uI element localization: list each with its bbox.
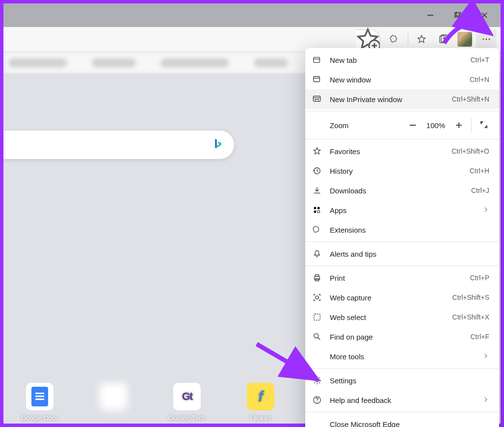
chevron-right-icon [482,352,489,361]
tile-google-docs[interactable]: Google Docs [20,383,59,422]
menu-item-new-inprivate-window[interactable]: New InPrivate windowCtrl+Shift+N [305,89,499,109]
menu-item-more-tools[interactable]: More tools [305,347,499,366]
inprivate-icon [312,95,322,104]
favorites-button[interactable] [411,29,432,49]
history-icon [312,166,322,175]
flipkart-icon: f [247,383,274,410]
window-close-button[interactable] [471,4,498,26]
menu-item-new-tab[interactable]: New tabCtrl+T [305,50,499,70]
menu-shortcut: Ctrl+P [470,274,489,282]
menu-item-label: Web capture [330,294,445,302]
menu-item-label: History [330,167,462,175]
menu-shortcut: Ctrl+J [471,187,489,194]
more-button[interactable] [476,29,497,49]
bing-icon [212,138,223,152]
window-maximize-button[interactable] [444,4,471,26]
menu-shortcut: Ctrl+Shift+S [452,294,489,301]
new-tab-icon [312,55,322,64]
menu-item-favorites[interactable]: FavoritesCtrl+Shift+O [305,141,499,161]
apps-icon [312,206,322,214]
menu-item-close-microsoft-edge[interactable]: Close Microsoft Edge [305,414,499,427]
menu-item-history[interactable]: HistoryCtrl+H [305,161,499,181]
downloads-icon [312,186,322,195]
profile-button[interactable] [457,32,472,47]
menu-item-find-on-page[interactable]: Find on pageCtrl+F [305,327,499,347]
chevron-right-icon [482,206,489,214]
collections-button[interactable] [433,29,453,49]
menu-shortcut: Ctrl+Shift+O [451,147,489,155]
menu-item-new-window[interactable]: New windowCtrl+N [305,70,499,89]
tile-label: Guiding Tech [167,414,207,422]
tile-guiding-tech[interactable]: Gt Guiding Tech [167,383,207,422]
zoom-value: 100% [422,121,450,130]
menu-item-label: Close Microsoft Edge [330,420,489,427]
menu-shortcut: Ctrl+Shift+N [452,95,489,103]
print-icon [312,273,322,282]
search-box[interactable] [3,131,234,159]
webcapture-icon [312,293,322,302]
gear-icon [312,376,322,385]
blurred-icon [100,383,127,410]
find-icon [312,332,322,341]
omnibox-tail[interactable] [356,29,380,49]
menu-item-label: Extensions [330,226,489,234]
tile-blurred[interactable] [94,383,133,422]
window-titlebar [3,3,501,27]
google-docs-icon [26,383,53,410]
menu-item-label: New tab [330,56,463,64]
guiding-tech-icon: Gt [173,383,201,410]
zoom-in-button[interactable]: + [450,118,468,132]
menu-item-label: Favorites [330,147,444,156]
menu-item-settings[interactable]: Settings [305,371,499,390]
menu-shortcut: Ctrl+F [471,333,490,341]
menu-item-label: Web select [330,313,445,321]
quick-links: Google Docs Gt Guiding Tech f Flipkart + [20,383,340,422]
tile-label: Google Docs [20,414,59,422]
settings-menu: New tabCtrl+TNew windowCtrl+NNew InPriva… [305,48,499,427]
zoom-out-button[interactable]: − [403,118,422,133]
menu-shortcut: Ctrl+Shift+X [452,313,489,321]
menu-item-label: Print [330,274,462,282]
menu-item-label: More tools [330,352,475,361]
toolbar-divider [408,34,408,45]
menu-item-alerts-and-tips[interactable]: Alerts and tips [305,244,499,264]
bell-icon [312,249,322,258]
help-icon [312,396,322,404]
menu-item-label: Find on page [330,333,463,341]
menu-shortcut: Ctrl+T [471,56,490,64]
menu-item-label: Help and feedback [330,396,475,404]
menu-item-apps[interactable]: Apps [305,200,499,220]
menu-shortcut: Ctrl+H [470,167,489,175]
menu-item-downloads[interactable]: DownloadsCtrl+J [305,181,499,200]
extensions-icon [312,225,322,234]
window-minimize-button[interactable] [417,4,444,26]
new-window-icon [312,75,322,84]
tile-flipkart[interactable]: f Flipkart [241,383,280,422]
menu-item-label: New window [330,76,462,84]
webselect-icon [312,313,322,321]
menu-item-label: Downloads [330,187,463,195]
menu-item-extensions[interactable]: Extensions [305,220,499,240]
menu-item-label: Settings [330,376,489,385]
chevron-right-icon [482,396,489,404]
extensions-button[interactable] [384,29,405,49]
tile-label: Flipkart [241,414,280,422]
menu-item-label: Apps [330,206,475,214]
fullscreen-button[interactable] [475,120,493,131]
menu-item-help-and-feedback[interactable]: Help and feedback [305,390,499,410]
zoom-row: Zoom−100%+ [305,113,499,137]
menu-item-label: New InPrivate window [330,95,444,104]
zoom-label: Zoom [330,121,403,130]
menu-item-web-select[interactable]: Web selectCtrl+Shift+X [305,307,499,327]
menu-item-web-capture[interactable]: Web captureCtrl+Shift+S [305,288,499,307]
favorites-icon [312,147,322,156]
menu-item-print[interactable]: PrintCtrl+P [305,268,499,288]
menu-shortcut: Ctrl+N [470,76,489,83]
menu-item-label: Alerts and tips [330,250,489,258]
